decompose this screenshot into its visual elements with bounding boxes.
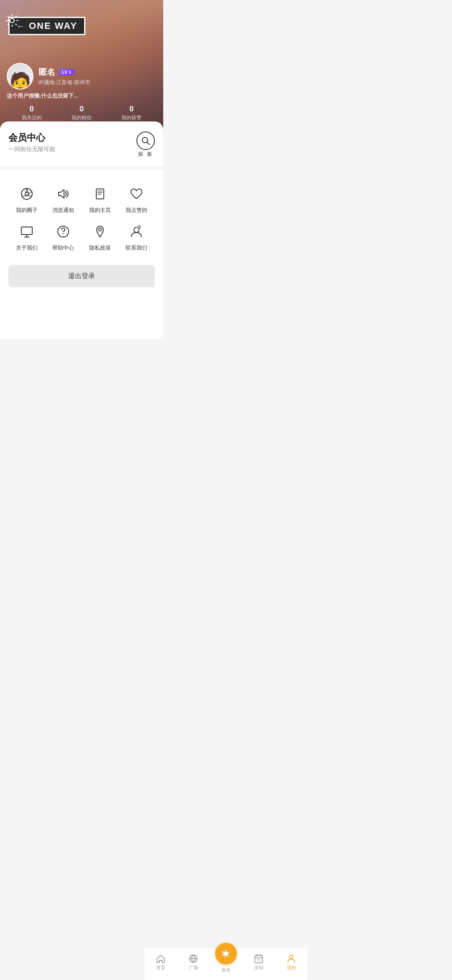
settings-icon[interactable] [5,13,19,28]
menu-label-liked: 我点赞的 [126,206,147,214]
menu-item-about[interactable]: 关于我们 [8,222,45,252]
svg-line-9 [22,196,26,196]
heart-icon [127,185,146,203]
svg-point-19 [63,233,64,234]
menu-label-about: 关于我们 [16,244,38,252]
svg-line-6 [27,188,28,194]
menu-label-privacy: 隐私政策 [89,244,111,252]
menu-item-contact[interactable]: 联系我们 [118,222,155,252]
svg-line-5 [25,188,27,194]
following-label: 我关注的 [22,115,42,121]
fans-count: 0 [56,105,106,113]
level-badge: LV 1 [59,69,74,75]
svg-point-0 [10,18,14,23]
monitor-icon [18,222,36,241]
menu-item-homepage[interactable]: 我的主页 [82,185,118,214]
svg-marker-10 [59,190,64,198]
svg-rect-15 [21,227,32,235]
user-stats: 0 我关注的 0 我的粉丝 0 我的获赞 [7,105,157,121]
help-icon [54,222,72,241]
contact-icon [127,222,146,241]
hero-section: ONE WAY 🧑 匿名 LV 1 [0,0,163,130]
svg-line-7 [27,196,31,196]
menu-item-help[interactable]: 帮助中心 [45,222,82,252]
logout-button[interactable]: 退出登录 [8,265,155,287]
divider [0,166,163,170]
likes-label: 我的获赞 [121,115,141,121]
following-count: 0 [7,105,56,113]
menu-label-contact: 联系我们 [126,244,147,252]
menu-item-privacy[interactable]: 隐私政策 [82,222,118,252]
stat-following[interactable]: 0 我关注的 [7,105,56,121]
ip-location: IP属地:江苏省-苏州市 [39,79,90,86]
main-card: 会员中心 一同前往无限可能 探 索 [0,121,163,339]
menu-grid: 我的圈子 消息通知 [8,178,155,258]
menu-label-notification: 消息通知 [52,206,74,214]
location-icon [91,222,109,241]
card-title: 会员中心 [8,132,55,144]
svg-rect-11 [96,189,104,199]
menu-item-notification[interactable]: 消息通知 [45,185,82,214]
menu-label-help: 帮助中心 [52,244,74,252]
stat-likes[interactable]: 0 我的获赞 [107,105,157,121]
menu-label-circle: 我的圈子 [16,206,38,214]
fans-label: 我的粉丝 [72,115,92,121]
svg-line-2 [147,142,150,145]
bookmark-icon [91,185,109,203]
username: 匿名 [39,67,55,78]
user-section: 🧑 匿名 LV 1 IP属地:江苏省-苏州市 这个用户很懒,什么也没留下... … [7,63,157,121]
user-bio: 这个用户很懒,什么也没留下... [7,92,157,100]
menu-item-liked[interactable]: 我点赞的 [118,185,155,214]
menu-label-homepage: 我的主页 [89,206,111,214]
search-icon [136,132,155,150]
street-sign: ONE WAY [8,17,85,35]
card-header: 会员中心 一同前往无限可能 探 索 [8,132,155,158]
search-button[interactable]: 探 索 [136,132,155,158]
card-subtitle: 一同前往无限可能 [8,146,55,153]
aperture-icon [18,185,36,203]
svg-point-20 [98,228,101,231]
menu-item-circle[interactable]: 我的圈子 [8,185,45,214]
stat-fans[interactable]: 0 我的粉丝 [56,105,106,121]
volume-icon [54,185,72,203]
svg-point-3 [21,188,32,199]
avatar[interactable]: 🧑 [7,63,33,90]
search-label: 探 索 [138,151,153,158]
likes-count: 0 [107,105,157,113]
